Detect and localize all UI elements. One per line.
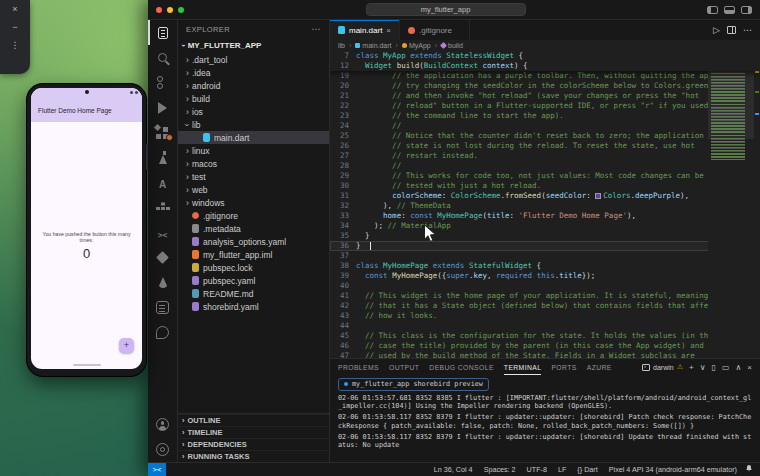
sidebar-section-header[interactable]: › DEPENDENCIES [178,438,329,450]
fab-button[interactable]: + [119,338,134,353]
tree-item[interactable]: my_flutter_app.iml [178,248,329,261]
panel-action-icon[interactable]: ▭ [722,363,730,372]
terminal[interactable]: my_flutter_app shorebird preview 02-06 0… [330,375,760,462]
zoom-window-icon[interactable] [178,7,184,13]
tree-item[interactable]: windows [178,196,329,209]
activity-bar-item[interactable] [148,45,177,70]
toggle-secondary-sidebar-icon[interactable] [741,6,752,14]
line-number: 23 [330,111,356,121]
activity-bar-item[interactable] [148,220,177,245]
tree-item[interactable]: web [178,183,329,196]
panel-tab[interactable]: PROBLEMS [338,359,379,375]
panel-action-icon[interactable]: + [689,363,694,372]
sidebar-section-header[interactable]: › RUNNING TASKS [178,450,329,462]
status-bar-item[interactable]: Spaces: 2 [484,465,516,474]
tree-item[interactable]: README.md [178,287,329,300]
panel-tab[interactable]: OUTPUT [389,359,419,375]
tree-item[interactable]: main.dart [178,131,329,144]
sidebar-section-header[interactable]: › TIMELINE [178,426,329,438]
breadcrumb-item[interactable]: lib [338,42,345,49]
sidebar-section-header[interactable]: › OUTLINE [178,414,329,426]
line-number: 44 [330,321,356,331]
panel-action-icon[interactable]: × [747,363,752,372]
panel-tab[interactable]: PORTS [551,359,576,375]
chevron-right-icon [183,146,192,156]
panel-action-icon[interactable]: ∧ [735,363,741,372]
status-bar-item[interactable]: Ln 36, Col 4 [434,465,473,474]
line-number: 35 [330,231,356,241]
editor-tab[interactable]: .gitignore × [400,20,470,40]
panel-action-icon[interactable]: ▯ [712,363,716,372]
terminal-shell-chip[interactable]: darwin ⚠ [642,363,683,371]
tree-item[interactable]: shorebird.yaml [178,300,329,313]
panel-action-icon[interactable]: ∨ [700,363,706,372]
code-line: 35 } [330,231,760,241]
line-number: 7 [330,51,356,61]
tree-item[interactable]: ios [178,105,329,118]
activity-bar-item[interactable] [148,245,177,270]
editor-tab[interactable]: main.dart × [330,20,400,40]
remote-indicator[interactable]: >< [148,463,166,476]
tree-item[interactable]: analysis_options.yaml [178,235,329,248]
emulator-toolbar-icon[interactable]: − [12,23,17,32]
breadcrumb-item[interactable]: main.dart [345,42,392,49]
status-bar-item[interactable]: {} Dart [577,465,597,474]
panel-tab[interactable]: DEBUG CONSOLE [429,359,494,375]
status-bar-item[interactable]: UTF-8 [527,465,547,474]
tree-item[interactable]: android [178,79,329,92]
activity-bar-item[interactable] [148,170,177,195]
tree-item[interactable]: .idea [178,66,329,79]
status-bar-item[interactable]: Pixel 4 API 34 (android-arm64 emulator) [609,465,737,474]
activity-bar-item[interactable] [148,295,177,320]
activity-bar-item[interactable] [148,320,177,345]
tree-item[interactable]: .gitignore [178,209,329,222]
gesture-bar[interactable] [73,364,101,366]
run-button[interactable]: ▷ [713,25,720,35]
activity-bar-item[interactable] [148,70,177,95]
tree-item[interactable]: pubspec.lock [178,261,329,274]
panel-tab[interactable]: AZURE [587,359,612,375]
close-tab-icon[interactable]: × [386,26,391,35]
tree-item[interactable]: test [178,170,329,183]
activity-bar-item[interactable] [148,412,177,437]
close-window-icon[interactable] [156,7,162,13]
emulator-toolbar-icon[interactable]: ⋮ [11,41,20,50]
tree-item[interactable]: linux [178,144,329,157]
overview-ruler[interactable] [754,51,760,358]
breadcrumb-item[interactable]: build [431,42,463,49]
activity-bar-item[interactable] [148,270,177,295]
tree-item-label: windows [192,198,225,208]
more-actions-icon[interactable]: ⋯ [743,25,752,35]
activity-bar-item[interactable] [148,120,177,145]
activity-bar-item[interactable] [148,20,177,45]
tree-item[interactable]: macos [178,157,329,170]
tree-item[interactable]: .dart_tool [178,53,329,66]
bell-icon[interactable] [745,464,760,475]
status-bar-item[interactable]: LF [558,465,566,474]
activity-bar-item[interactable] [148,95,177,120]
tree-item[interactable]: .metadata [178,222,329,235]
terminal-command[interactable]: my_flutter_app shorebird preview [338,378,489,391]
project-root-row[interactable]: › MY_FLUTTER_APP [178,38,329,53]
minimize-window-icon[interactable] [167,7,173,13]
line-number: 40 [330,281,356,291]
tree-item[interactable]: lib [178,118,329,131]
chevron-right-icon: › [182,440,185,449]
tree-item[interactable]: build [178,92,329,105]
minimap[interactable] [708,51,754,358]
command-center[interactable]: my_flutter_app [366,3,526,16]
more-actions-icon[interactable]: ⋯ [312,24,321,34]
code-editor[interactable]: 7 class MyApp extends StatelessWidget { … [330,51,760,358]
emulator-toolbar-icon[interactable]: × [12,5,17,14]
split-editor-icon[interactable] [727,26,736,34]
tree-item-label: pubspec.yaml [203,276,255,286]
panel-tab[interactable]: TERMINAL [504,359,542,375]
activity-bar-item[interactable] [148,195,177,220]
toggle-panel-icon[interactable] [724,6,735,14]
toggle-sidebar-icon[interactable] [707,6,718,14]
activity-bar-item[interactable] [148,437,177,462]
code-line: 23 // the command line to start the app)… [330,111,760,121]
breadcrumb-item[interactable]: MyApp [392,42,431,49]
tree-item[interactable]: pubspec.yaml [178,274,329,287]
activity-bar-item[interactable] [148,145,177,170]
